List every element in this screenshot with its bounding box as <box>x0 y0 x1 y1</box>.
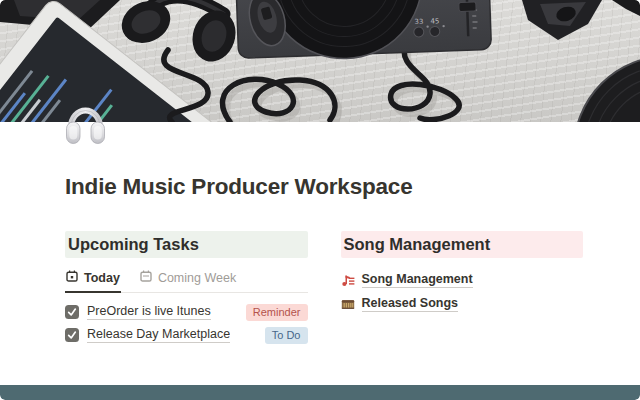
cover-turntable: 33 45 <box>233 0 491 62</box>
page-link-label: Song Management <box>362 272 473 288</box>
column-upcoming-tasks: Upcoming Tasks Today <box>65 231 308 348</box>
tab-today-label: Today <box>84 271 120 285</box>
calendar-icon <box>140 270 152 285</box>
page-link-song-management[interactable]: Song Management <box>341 270 584 290</box>
task-list: PreOrder is live Itunes Reminder Release… <box>65 302 308 345</box>
upcoming-tasks-heading: Upcoming Tasks <box>65 231 308 258</box>
song-management-heading: Song Management <box>341 231 584 258</box>
cover-vinyl-record <box>574 56 640 122</box>
footer-accent-bar <box>0 385 640 400</box>
task-checkbox-checked[interactable] <box>65 305 79 319</box>
turntable-speed-33: 33 <box>414 18 423 26</box>
page-link-released-songs[interactable]: Released Songs <box>341 294 584 314</box>
page-title: Indie Music Producer Workspace <box>65 172 583 202</box>
calendar-icon <box>66 270 78 285</box>
status-tag: To Do <box>265 327 308 344</box>
tab-coming-week-label: Coming Week <box>158 271 236 285</box>
song-link-list: Song Management <box>341 270 584 314</box>
page-link-label: Released Songs <box>362 296 459 312</box>
task-checkbox-checked[interactable] <box>65 328 79 342</box>
cover-headphones <box>115 0 242 67</box>
task-row: PreOrder is live Itunes Reminder <box>65 302 308 322</box>
task-row: Release Day Marketplace To Do <box>65 325 308 345</box>
columns: Upcoming Tasks Today <box>65 231 583 348</box>
task-link[interactable]: PreOrder is live Itunes <box>87 304 211 320</box>
task-link[interactable]: Release Day Marketplace <box>87 327 230 343</box>
archive-box-icon <box>341 297 355 311</box>
tab-coming-week[interactable]: Coming Week <box>139 268 237 293</box>
column-song-management: Song Management Song Management <box>341 231 584 348</box>
task-view-tabs: Today Coming Week <box>65 267 308 293</box>
music-playlist-icon <box>341 273 355 287</box>
cover-speaker-object <box>522 0 640 40</box>
turntable-speed-45: 45 <box>430 17 439 25</box>
status-tag: Reminder <box>246 304 308 321</box>
tab-today[interactable]: Today <box>65 268 121 293</box>
page-body: Indie Music Producer Workspace Upcoming … <box>65 122 583 348</box>
